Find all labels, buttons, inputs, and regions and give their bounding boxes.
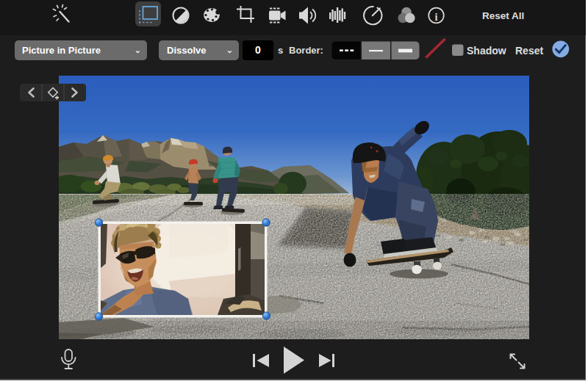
svg-text:i: i [434, 11, 437, 23]
svg-text:Reset All: Reset All [482, 10, 524, 21]
